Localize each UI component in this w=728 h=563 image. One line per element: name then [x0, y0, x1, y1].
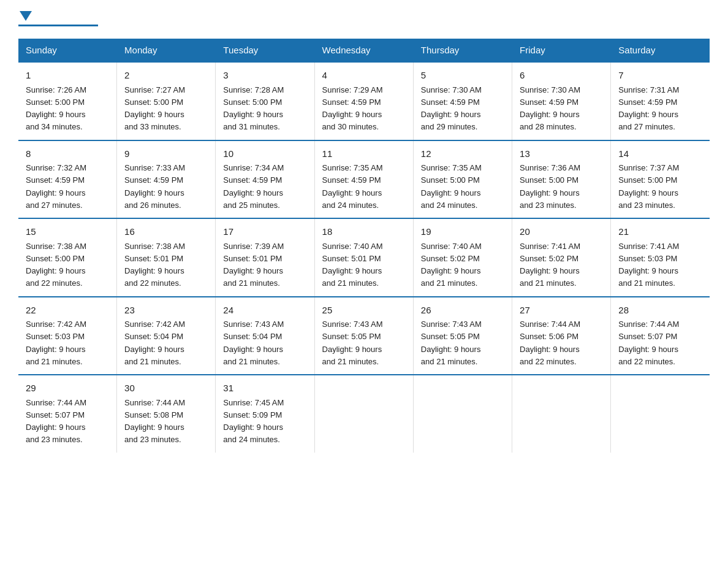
day-number: 21 [618, 225, 702, 239]
calendar-cell: 24 Sunrise: 7:43 AMSunset: 5:04 PMDaylig… [216, 297, 314, 375]
day-number: 31 [223, 381, 306, 396]
day-info: Sunrise: 7:36 AMSunset: 5:00 PMDaylight:… [520, 163, 580, 210]
logo [18, 12, 98, 26]
day-info: Sunrise: 7:26 AMSunset: 5:00 PMDaylight:… [26, 85, 86, 132]
calendar-cell: 22 Sunrise: 7:42 AMSunset: 5:03 PMDaylig… [18, 297, 117, 375]
calendar-cell: 1 Sunrise: 7:26 AMSunset: 5:00 PMDayligh… [18, 62, 117, 140]
day-number: 18 [322, 225, 406, 239]
calendar-cell: 19 Sunrise: 7:40 AMSunset: 5:02 PMDaylig… [413, 218, 512, 297]
logo-triangle-icon [20, 11, 32, 21]
calendar-cell: 23 Sunrise: 7:42 AMSunset: 5:04 PMDaylig… [117, 297, 216, 375]
day-info: Sunrise: 7:32 AMSunset: 4:59 PMDaylight:… [26, 163, 86, 210]
calendar-cell: 27 Sunrise: 7:44 AMSunset: 5:06 PMDaylig… [512, 297, 611, 375]
header-saturday: Saturday [611, 39, 710, 62]
calendar-cell: 7 Sunrise: 7:31 AMSunset: 4:59 PMDayligh… [611, 62, 710, 140]
calendar-week-row: 1 Sunrise: 7:26 AMSunset: 5:00 PMDayligh… [18, 62, 710, 140]
calendar-table: SundayMondayTuesdayWednesdayThursdayFrid… [18, 39, 710, 453]
day-number: 20 [520, 225, 603, 239]
day-info: Sunrise: 7:44 AMSunset: 5:07 PMDaylight:… [618, 320, 679, 366]
calendar-cell [314, 375, 413, 453]
calendar-cell: 21 Sunrise: 7:41 AMSunset: 5:03 PMDaylig… [611, 218, 710, 297]
calendar-cell: 31 Sunrise: 7:45 AMSunset: 5:09 PMDaylig… [216, 375, 314, 453]
calendar-cell: 15 Sunrise: 7:38 AMSunset: 5:00 PMDaylig… [18, 218, 117, 297]
day-number: 26 [421, 304, 504, 318]
header-thursday: Thursday [413, 39, 512, 62]
calendar-cell: 17 Sunrise: 7:39 AMSunset: 5:01 PMDaylig… [216, 218, 314, 297]
calendar-week-row: 8 Sunrise: 7:32 AMSunset: 4:59 PMDayligh… [18, 140, 710, 219]
calendar-week-row: 15 Sunrise: 7:38 AMSunset: 5:00 PMDaylig… [18, 218, 710, 297]
calendar-week-row: 29 Sunrise: 7:44 AMSunset: 5:07 PMDaylig… [18, 375, 710, 453]
calendar-cell: 3 Sunrise: 7:28 AMSunset: 5:00 PMDayligh… [216, 62, 314, 140]
calendar-cell: 16 Sunrise: 7:38 AMSunset: 5:01 PMDaylig… [117, 218, 216, 297]
day-info: Sunrise: 7:44 AMSunset: 5:06 PMDaylight:… [520, 320, 580, 366]
day-info: Sunrise: 7:41 AMSunset: 5:02 PMDaylight:… [520, 242, 580, 288]
day-number: 6 [520, 69, 603, 83]
day-number: 4 [322, 69, 406, 83]
day-info: Sunrise: 7:43 AMSunset: 5:04 PMDaylight:… [223, 320, 284, 366]
calendar-cell: 6 Sunrise: 7:30 AMSunset: 4:59 PMDayligh… [512, 62, 611, 140]
header-friday: Friday [512, 39, 611, 62]
day-info: Sunrise: 7:30 AMSunset: 4:59 PMDaylight:… [421, 85, 482, 132]
day-info: Sunrise: 7:40 AMSunset: 5:01 PMDaylight:… [322, 242, 383, 288]
day-info: Sunrise: 7:45 AMSunset: 5:09 PMDaylight:… [223, 398, 284, 445]
day-info: Sunrise: 7:35 AMSunset: 5:00 PMDaylight:… [421, 163, 482, 210]
header-wednesday: Wednesday [314, 39, 413, 62]
day-number: 17 [223, 225, 306, 239]
calendar-cell: 8 Sunrise: 7:32 AMSunset: 4:59 PMDayligh… [18, 140, 117, 219]
day-info: Sunrise: 7:38 AMSunset: 5:00 PMDaylight:… [26, 242, 86, 288]
day-info: Sunrise: 7:43 AMSunset: 5:05 PMDaylight:… [421, 320, 482, 366]
day-info: Sunrise: 7:30 AMSunset: 4:59 PMDaylight:… [520, 85, 580, 132]
calendar-cell: 5 Sunrise: 7:30 AMSunset: 4:59 PMDayligh… [413, 62, 512, 140]
day-number: 3 [223, 69, 306, 83]
calendar-header-row: SundayMondayTuesdayWednesdayThursdayFrid… [18, 39, 710, 62]
day-number: 1 [26, 69, 109, 83]
calendar-cell: 12 Sunrise: 7:35 AMSunset: 5:00 PMDaylig… [413, 140, 512, 219]
day-info: Sunrise: 7:38 AMSunset: 5:01 PMDaylight:… [124, 242, 185, 288]
calendar-week-row: 22 Sunrise: 7:42 AMSunset: 5:03 PMDaylig… [18, 297, 710, 375]
day-info: Sunrise: 7:37 AMSunset: 5:00 PMDaylight:… [618, 163, 679, 210]
calendar-cell: 11 Sunrise: 7:35 AMSunset: 4:59 PMDaylig… [314, 140, 413, 219]
calendar-cell: 25 Sunrise: 7:43 AMSunset: 5:05 PMDaylig… [314, 297, 413, 375]
day-number: 15 [26, 225, 109, 239]
calendar-cell: 9 Sunrise: 7:33 AMSunset: 4:59 PMDayligh… [117, 140, 216, 219]
calendar-cell [512, 375, 611, 453]
calendar-cell [413, 375, 512, 453]
calendar-cell: 2 Sunrise: 7:27 AMSunset: 5:00 PMDayligh… [117, 62, 216, 140]
day-number: 8 [26, 147, 109, 161]
header-monday: Monday [117, 39, 216, 62]
calendar-cell: 26 Sunrise: 7:43 AMSunset: 5:05 PMDaylig… [413, 297, 512, 375]
calendar-cell: 29 Sunrise: 7:44 AMSunset: 5:07 PMDaylig… [18, 375, 117, 453]
day-number: 25 [322, 304, 406, 318]
logo-underline [18, 25, 98, 26]
day-info: Sunrise: 7:29 AMSunset: 4:59 PMDaylight:… [322, 85, 383, 132]
header-tuesday: Tuesday [216, 39, 314, 62]
day-info: Sunrise: 7:28 AMSunset: 5:00 PMDaylight:… [223, 85, 284, 132]
day-number: 30 [124, 381, 208, 396]
day-info: Sunrise: 7:27 AMSunset: 5:00 PMDaylight:… [124, 85, 185, 132]
day-number: 10 [223, 147, 306, 161]
calendar-cell: 18 Sunrise: 7:40 AMSunset: 5:01 PMDaylig… [314, 218, 413, 297]
day-number: 12 [421, 147, 504, 161]
day-number: 28 [618, 304, 702, 318]
day-number: 9 [124, 147, 208, 161]
day-number: 24 [223, 304, 306, 318]
day-info: Sunrise: 7:34 AMSunset: 4:59 PMDaylight:… [223, 163, 284, 210]
day-info: Sunrise: 7:40 AMSunset: 5:02 PMDaylight:… [421, 242, 482, 288]
day-number: 16 [124, 225, 208, 239]
day-info: Sunrise: 7:43 AMSunset: 5:05 PMDaylight:… [322, 320, 383, 366]
day-number: 11 [322, 147, 406, 161]
calendar-cell: 20 Sunrise: 7:41 AMSunset: 5:02 PMDaylig… [512, 218, 611, 297]
day-number: 22 [26, 304, 109, 318]
calendar-cell: 13 Sunrise: 7:36 AMSunset: 5:00 PMDaylig… [512, 140, 611, 219]
calendar-cell [611, 375, 710, 453]
day-info: Sunrise: 7:35 AMSunset: 4:59 PMDaylight:… [322, 163, 383, 210]
day-number: 7 [618, 69, 702, 83]
calendar-cell: 28 Sunrise: 7:44 AMSunset: 5:07 PMDaylig… [611, 297, 710, 375]
calendar-cell: 30 Sunrise: 7:44 AMSunset: 5:08 PMDaylig… [117, 375, 216, 453]
day-number: 19 [421, 225, 504, 239]
day-number: 23 [124, 304, 208, 318]
day-info: Sunrise: 7:42 AMSunset: 5:04 PMDaylight:… [124, 320, 185, 366]
header-sunday: Sunday [18, 39, 117, 62]
day-number: 13 [520, 147, 603, 161]
page-header [18, 12, 710, 26]
